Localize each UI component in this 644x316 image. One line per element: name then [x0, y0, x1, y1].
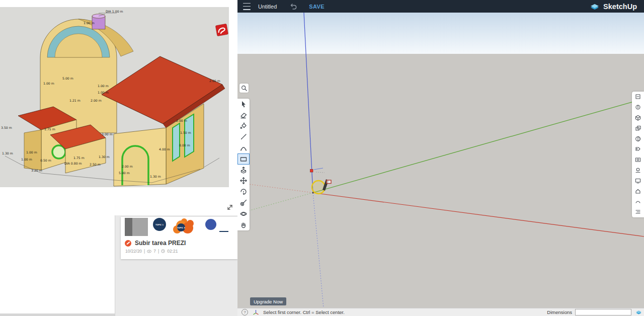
window-1	[173, 123, 180, 161]
dimension-label: 3.20 m	[31, 169, 42, 172]
video-thumbnail: TOPIC 1 TOPIC 3	[121, 217, 237, 237]
dimension-label: DIA 1.00 m	[106, 10, 123, 13]
page-footer-strip	[0, 313, 115, 316]
clock-icon	[161, 249, 165, 253]
scenes-icon[interactable]	[632, 154, 644, 165]
video-card[interactable]: TOPIC 1 TOPIC 3 Subir tarea PREZI 10/22/…	[121, 217, 237, 259]
dimension-label: 2.00 m	[91, 99, 102, 102]
paint-bucket-tool[interactable]	[237, 121, 250, 132]
dimension-label: 1.50 m	[180, 131, 191, 134]
dimension-label: DIA 0.80 m	[64, 162, 82, 165]
status-hint: Select first corner. Ctrl = Select cente…	[263, 309, 345, 315]
styles-icon[interactable]	[632, 133, 644, 144]
topbar: Untitled SAVE SketchUp	[237, 0, 644, 13]
dimension-label: 2.50 m	[90, 163, 101, 166]
tags-icon[interactable]	[632, 144, 644, 154]
line-tool[interactable]	[237, 131, 250, 142]
brand-name: SketchUp	[603, 3, 637, 11]
expand-icon[interactable]	[226, 203, 234, 211]
video-title: Subir tarea PREZI	[135, 240, 186, 247]
dimension-label: 1.00 m	[26, 150, 37, 154]
reference-page: DIA 1.00 m1.00 m5.00 m1.00 m2.00 m1.21 m…	[0, 0, 237, 316]
dimension-label: 3.00 m	[102, 132, 113, 136]
dimensions-label: Dimensions	[547, 309, 572, 315]
sketchup-logo-icon	[590, 2, 600, 12]
menu-icon[interactable]	[243, 2, 252, 11]
dimension-label: 1.30 m	[150, 175, 161, 178]
house-model-image: DIA 1.00 m1.00 m5.00 m1.00 m2.00 m1.21 m…	[0, 7, 229, 187]
eye-icon	[147, 250, 151, 253]
entity-info-icon[interactable]	[632, 92, 644, 102]
orbit-tool[interactable]	[237, 208, 250, 219]
dimensions-input[interactable]	[575, 309, 631, 315]
upgrade-button[interactable]: Upgrade Now	[250, 297, 286, 305]
sketchup-app-window: Untitled SAVE SketchUp	[237, 0, 644, 316]
rotate-tool[interactable]	[237, 186, 250, 197]
save-button[interactable]: SAVE	[309, 4, 325, 10]
dimension-label: 2.00 m	[209, 79, 220, 83]
views-icon[interactable]	[632, 186, 644, 196]
dimension-label: 2.00 m	[122, 165, 133, 168]
shadows-icon[interactable]	[632, 165, 644, 176]
round-window	[52, 145, 65, 159]
undo-icon[interactable]	[290, 3, 298, 11]
rectangle-tool[interactable]	[237, 153, 250, 165]
dimension-label: 1.00 m	[84, 21, 95, 25]
push-pull-tool[interactable]	[237, 165, 250, 176]
dimension-label: 2.00 m	[176, 119, 187, 122]
dimension-label: 1.00 m	[98, 91, 109, 94]
sky	[237, 13, 644, 54]
dimension-label: 8.00 m	[179, 143, 190, 147]
topic1-label: TOPIC 1	[155, 224, 164, 226]
display-icon[interactable]	[632, 175, 644, 186]
left-addition-side	[24, 130, 41, 170]
dimension-label: 4.00 m	[159, 147, 170, 151]
dimension-label: 3.50 m	[1, 126, 12, 129]
dimension-label: 1.00 m	[98, 84, 109, 88]
move-tool[interactable]	[237, 176, 250, 187]
video-date: 10/22/20	[125, 249, 142, 254]
tape-measure-tool[interactable]	[237, 197, 250, 208]
materials-icon[interactable]	[632, 123, 644, 133]
statusbar: ? Select first corner. Ctrl = Select cen…	[237, 308, 644, 316]
dimension-label: 1.30 m	[99, 155, 110, 159]
dimension-label: 1.00 m	[43, 82, 54, 85]
dimension-label: 1.75 m	[44, 127, 55, 131]
components-icon[interactable]	[632, 113, 644, 123]
video-duration: 02:21	[167, 249, 178, 254]
axes-icon[interactable]	[253, 309, 259, 315]
ground	[237, 54, 644, 308]
dimension-label: 1.00 m	[21, 157, 32, 161]
dimension-label: 1.75 m	[73, 156, 85, 160]
sketchup-brand: SketchUp	[590, 2, 637, 12]
dimension-label: 5.00 m	[62, 76, 73, 80]
right-panelbar	[632, 92, 644, 217]
prezi-icon	[125, 240, 131, 247]
soften-edges-icon[interactable]	[632, 196, 644, 207]
help-icon[interactable]: ?	[242, 309, 248, 315]
canvas-viewport[interactable]: Upgrade Now	[237, 13, 644, 308]
pan-tool[interactable]	[237, 219, 250, 230]
video-meta: 10/22/20 | 7 | 02:21	[125, 249, 236, 254]
document-title: Untitled	[258, 4, 277, 10]
dimension-label: 5.00 m	[119, 171, 130, 175]
video-views: 7	[153, 249, 156, 254]
dimension-label: 1.30 m	[2, 151, 13, 155]
dimension-label: 1.21 m	[69, 99, 80, 102]
sketchup-logo-icon	[635, 309, 642, 315]
topic3-label: TOPIC 3	[177, 227, 185, 229]
search-icon[interactable]	[239, 84, 249, 93]
dimension-label: 0.50 m	[40, 159, 51, 162]
left-toolbar	[237, 99, 250, 230]
sketchup-sticker-icon	[215, 24, 228, 36]
arc-tool[interactable]	[237, 142, 250, 153]
outliner-icon[interactable]	[632, 207, 644, 217]
instructor-icon[interactable]	[632, 102, 644, 113]
select-tool[interactable]	[237, 99, 250, 110]
eraser-tool[interactable]	[237, 110, 250, 121]
